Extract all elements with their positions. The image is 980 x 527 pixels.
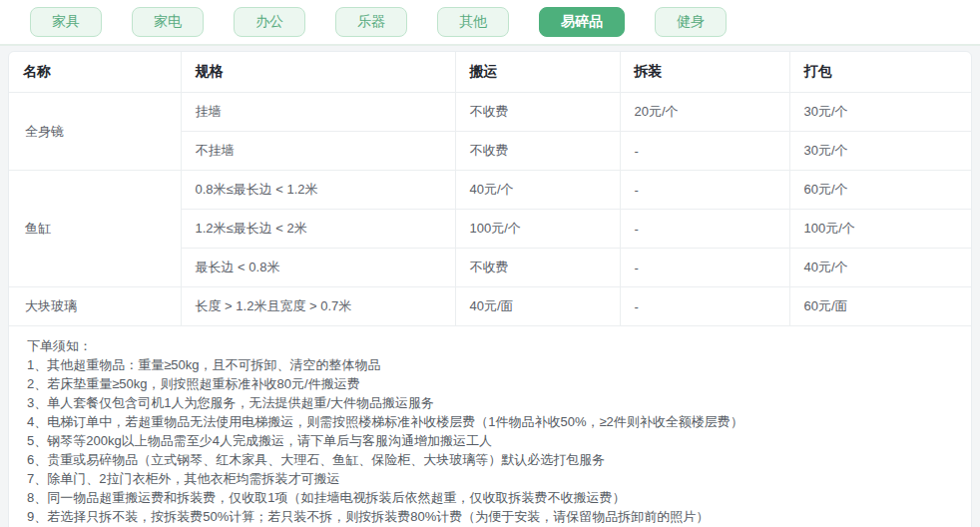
pack-fee-cell: 60元/面	[789, 287, 971, 326]
pricing-table: 名称 规格 搬运 拆装 打包 全身镜 挂墙 不收费 20元/个 30元/个 不挂…	[9, 52, 971, 326]
disassembly-fee-cell: -	[620, 249, 789, 287]
note-item: 5、钢琴等200kg以上物品需至少4人完成搬运，请下单后与客服沟通增加搬运工人	[27, 431, 953, 450]
note-item: 9、若选择只拆不装，按拆装费50%计算；若只装不拆，则按拆装费80%计费（为便于…	[27, 507, 953, 526]
pricing-card: 名称 规格 搬运 拆装 打包 全身镜 挂墙 不收费 20元/个 30元/个 不挂…	[8, 51, 972, 527]
note-item: 7、除单门、2拉门衣柜外，其他衣柜均需拆装才可搬运	[27, 469, 953, 488]
item-name-cell: 鱼缸	[9, 171, 181, 287]
table-row: 全身镜 挂墙 不收费 20元/个 30元/个	[9, 93, 971, 132]
tab-others[interactable]: 其他	[437, 7, 509, 37]
move-fee-cell: 100元/个	[455, 210, 620, 249]
pack-fee-cell: 100元/个	[789, 210, 971, 249]
disassembly-fee-cell: -	[620, 132, 789, 171]
spec-cell: 最长边 < 0.8米	[181, 249, 455, 287]
note-item: 2、若床垫重量≥50kg，则按照超重标准补收80元/件搬运费	[27, 374, 953, 393]
spec-cell: 不挂墙	[181, 132, 455, 171]
disassembly-fee-cell: -	[620, 287, 789, 326]
disassembly-fee-cell: -	[620, 210, 789, 249]
move-fee-cell: 40元/个	[455, 171, 620, 210]
note-item: 1、其他超重物品：重量≥50kg，且不可拆卸、清空的整体物品	[27, 355, 953, 374]
move-fee-cell: 不收费	[455, 249, 620, 287]
note-item: 3、单人套餐仅包含司机1人为您服务，无法提供超重/大件物品搬运服务	[27, 393, 953, 412]
notes-title: 下单须知：	[27, 336, 953, 355]
table-header-row: 名称 规格 搬运 拆装 打包	[9, 52, 971, 93]
tab-instruments[interactable]: 乐器	[335, 7, 407, 37]
move-fee-cell: 不收费	[455, 93, 620, 132]
pack-fee-cell: 30元/个	[789, 93, 971, 132]
tab-fitness[interactable]: 健身	[655, 7, 727, 37]
note-item: 4、电梯订单中，若超重物品无法使用电梯搬运，则需按照楼梯标准补收楼层费（1件物品…	[27, 412, 953, 431]
tab-appliances[interactable]: 家电	[132, 7, 204, 37]
note-item: 8、同一物品超重搬运费和拆装费，仅收取1项（如挂墙电视拆装后依然超重，仅收取拆装…	[27, 488, 953, 507]
item-name-cell: 大块玻璃	[9, 287, 181, 326]
note-item: 6、贵重或易碎物品（立式钢琴、红木家具、大理石、鱼缸、保险柜、大块玻璃等）默认必…	[27, 450, 953, 469]
col-header-spec: 规格	[181, 52, 455, 93]
tab-fragile[interactable]: 易碎品	[539, 7, 625, 37]
spec-cell: 挂墙	[181, 93, 455, 132]
table-row: 鱼缸 0.8米≤最长边 < 1.2米 40元/个 - 60元/个	[9, 171, 971, 210]
pack-fee-cell: 40元/个	[789, 249, 971, 287]
col-header-disassembly: 拆装	[620, 52, 789, 93]
order-notes: 下单须知： 1、其他超重物品：重量≥50kg，且不可拆卸、清空的整体物品 2、若…	[9, 326, 971, 527]
disassembly-fee-cell: 20元/个	[620, 93, 789, 132]
col-header-name: 名称	[9, 52, 181, 93]
disassembly-fee-cell: -	[620, 171, 789, 210]
pack-fee-cell: 60元/个	[789, 171, 971, 210]
tab-office[interactable]: 办公	[234, 7, 305, 37]
item-name-cell: 全身镜	[9, 93, 181, 171]
col-header-pack: 打包	[789, 52, 971, 93]
col-header-move: 搬运	[455, 52, 620, 93]
tab-furniture[interactable]: 家具	[30, 7, 102, 37]
move-fee-cell: 不收费	[455, 132, 620, 171]
move-fee-cell: 40元/面	[455, 287, 620, 326]
spec-cell: 1.2米≤最长边 < 2米	[181, 210, 455, 249]
spec-cell: 长度 > 1.2米且宽度 > 0.7米	[181, 287, 455, 326]
pack-fee-cell: 30元/个	[789, 132, 971, 171]
spec-cell: 0.8米≤最长边 < 1.2米	[181, 171, 455, 210]
category-tabbar: 家具 家电 办公 乐器 其他 易碎品 健身	[0, 0, 980, 46]
table-row: 大块玻璃 长度 > 1.2米且宽度 > 0.7米 40元/面 - 60元/面	[9, 287, 971, 326]
